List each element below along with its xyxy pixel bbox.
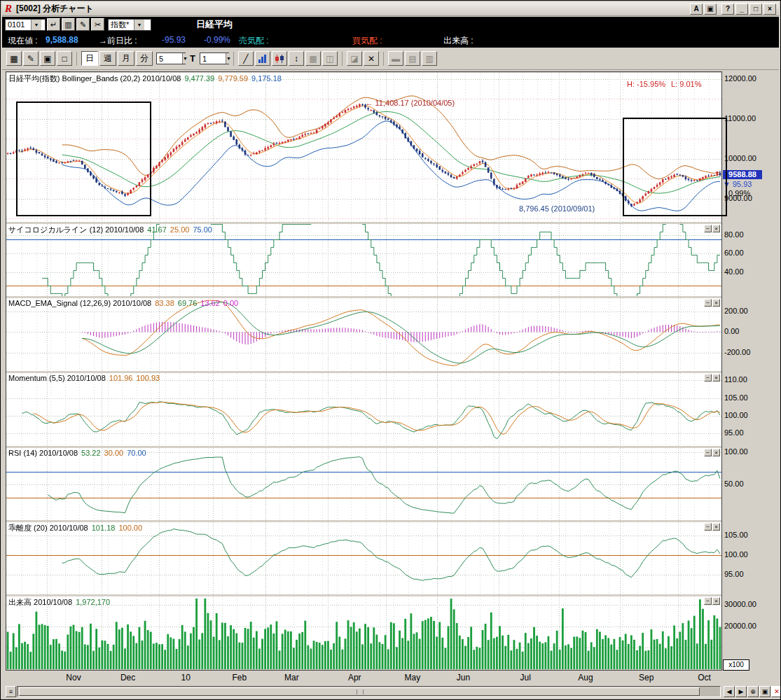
panel-controls: −× xyxy=(704,523,720,531)
panel-collapse-button[interactable]: − xyxy=(704,449,712,456)
panel-collapse-button[interactable]: − xyxy=(704,374,712,382)
clip-symbol-button[interactable]: ✂ xyxy=(91,18,104,31)
panel-layout-button[interactable]: ▣ xyxy=(759,686,770,697)
annotation-mode-button[interactable]: A xyxy=(690,4,703,15)
bar-chart-type-button[interactable] xyxy=(255,51,270,66)
scroll-right-button[interactable]: ▶ xyxy=(735,686,747,697)
panel-header-volume: 出来高 2010/10/081,972,170 xyxy=(8,597,113,608)
panel-header-segment: 69.76 xyxy=(178,299,198,307)
period-daily-button[interactable]: 日 xyxy=(81,51,98,66)
minute-interval-select[interactable]: 5 ▼ xyxy=(156,52,186,64)
scrollbar-track[interactable] xyxy=(17,686,721,697)
axis-label-kairi: 105.00 xyxy=(724,531,748,539)
x-axis-month-label: Jun xyxy=(451,673,475,682)
clear-drawings-button[interactable]: ✕ xyxy=(364,51,379,66)
panel-close-button[interactable]: × xyxy=(712,299,720,307)
panel-header-segment: 30.00 xyxy=(104,449,124,457)
panel-header-segment: 101.18 xyxy=(92,524,116,532)
category-select[interactable]: 指数* ▼ xyxy=(108,19,151,31)
panel-collapse-button[interactable]: − xyxy=(704,299,712,307)
close-button[interactable]: × xyxy=(763,4,776,15)
window-title: [5002] 分析チャート xyxy=(16,3,94,15)
scrollbar-thumb[interactable] xyxy=(19,687,700,696)
maximize-button[interactable]: □ xyxy=(749,4,762,15)
panel-close-button[interactable]: × xyxy=(712,449,720,456)
zoom-annotate-button[interactable]: ✎ xyxy=(23,51,39,66)
copy-window-button[interactable]: ▣ xyxy=(704,4,717,15)
x-axis-month-label: May xyxy=(401,673,424,682)
panel-header-segment: 75.00 xyxy=(193,225,212,234)
candlestick-icon xyxy=(275,54,284,64)
axis-label-kairi: 100.00 xyxy=(724,550,748,559)
axis-label-kairi: 95.00 xyxy=(724,570,744,578)
chart-panel-macd: MACD_EMA_Signal (12,26,9) 2010/10/0883.3… xyxy=(6,298,721,371)
tick-mode-label[interactable]: T xyxy=(190,53,195,64)
close-panel-button[interactable]: ✕ xyxy=(771,686,781,697)
x-axis-month-label: Jul xyxy=(513,673,537,682)
macd-chart-canvas[interactable] xyxy=(6,298,721,371)
axis-label-momentum: 100.00 xyxy=(724,411,748,419)
drawn-rectangle-annotation[interactable] xyxy=(16,102,151,216)
price-annotation: ← 11,408.17 (2010/04/05) xyxy=(366,99,455,107)
copy-chart-button[interactable]: ▣ xyxy=(40,51,55,66)
chart-panel-momentum: Momentum (5,5) 2010/10/08101.96100.93−× xyxy=(6,373,721,446)
drawn-rectangle-annotation[interactable] xyxy=(623,118,727,216)
band-display-button[interactable]: ▬ xyxy=(388,51,403,66)
period-minute-button[interactable]: 分 xyxy=(136,51,153,66)
panel-close-button[interactable]: × xyxy=(712,225,720,232)
chevron-down-icon[interactable]: ▼ xyxy=(182,53,188,64)
grid-toggle-button[interactable]: ▦ xyxy=(305,51,321,66)
panel-header-segment: 9,477.39 xyxy=(184,74,214,83)
edit-symbol-button[interactable]: ✎ xyxy=(76,18,90,31)
volume-unit-label: x100 xyxy=(723,659,749,671)
panel-header-kairi: 乖離度 (20) 2010/10/08101.18100.00 xyxy=(8,523,146,533)
period-monthly-button[interactable]: 月 xyxy=(118,51,134,66)
toolbar-separator xyxy=(76,52,77,66)
tick-interval-select[interactable]: 1 ▼ xyxy=(200,52,229,64)
panel-collapse-button[interactable]: − xyxy=(704,597,712,605)
new-window-button[interactable]: ▤ xyxy=(405,51,420,66)
marker-arrows-button[interactable]: ↕ xyxy=(289,51,304,66)
price-percent-tag: 0.99% xyxy=(728,189,750,197)
title-bar: R [5002] 分析チャート A ▣ ? _ □ × xyxy=(2,2,779,16)
panel-header-segment: 70.00 xyxy=(127,449,146,457)
panel-collapse-button[interactable]: − xyxy=(704,225,712,232)
scroll-left-button[interactable]: ◀ xyxy=(724,686,735,697)
x-axis-month-label: Aug xyxy=(574,673,597,682)
trend-line-tool-button[interactable]: ╱ xyxy=(238,51,254,66)
paste-chart-button[interactable]: □ xyxy=(57,51,72,66)
crosshair-button[interactable]: ◫ xyxy=(322,51,338,66)
symbol-code-select[interactable]: 0101 ▼ xyxy=(5,19,46,31)
minimize-button[interactable]: _ xyxy=(735,4,748,15)
tick-interval-value: 1 xyxy=(200,55,226,63)
x-axis-month-label: Feb xyxy=(228,673,251,682)
axis-label-macd: 0.00 xyxy=(724,327,739,335)
period-weekly-button[interactable]: 週 xyxy=(99,51,116,66)
symbol-bar: 0101 ▼ ↵ ▥ ✎ ✂ 指数* ▼ 日経平均 xyxy=(2,17,779,32)
price-change-tag: ▼ 95.93 xyxy=(723,180,752,188)
chart-toolbar: ▦ ✎ ▣ □ 日 週 月 分 5 ▼ T 1 ▼ ╱ ↕ xyxy=(2,48,779,70)
rsi-chart-canvas[interactable] xyxy=(6,448,721,520)
panel-close-button[interactable]: × xyxy=(712,597,720,605)
symbol-search-button[interactable]: ▥ xyxy=(62,18,75,31)
panel-header-segment: 41.67 xyxy=(147,225,167,234)
panel-close-button[interactable]: × xyxy=(712,523,720,531)
chart-settings-button[interactable]: ▦ xyxy=(6,51,22,66)
chevron-down-icon[interactable]: ▼ xyxy=(226,53,231,64)
eraser-button[interactable]: ◪ xyxy=(347,51,362,66)
candlestick-type-button[interactable] xyxy=(272,51,287,66)
scroll-grip[interactable]: ≡ xyxy=(6,686,16,697)
panel-header-segment: 83.38 xyxy=(155,299,174,307)
chevron-down-icon[interactable]: ▼ xyxy=(31,20,41,30)
chart-panel-psychological: サイコロジカルライン (12) 2010/10/0841.6725.0075.0… xyxy=(6,224,721,296)
panel-collapse-button[interactable]: − xyxy=(704,523,712,531)
panel-header-segment: 25.00 xyxy=(170,225,190,234)
help-button[interactable]: ? xyxy=(721,4,734,15)
zoom-range-button[interactable]: ⊕ xyxy=(747,686,759,697)
panel-close-button[interactable]: × xyxy=(712,374,720,382)
momentum-chart-canvas[interactable] xyxy=(6,373,721,446)
export-button[interactable]: ▥ xyxy=(422,51,437,66)
volume-chart-canvas[interactable] xyxy=(6,596,721,669)
enter-symbol-button[interactable]: ↵ xyxy=(47,18,60,31)
chevron-down-icon[interactable]: ▼ xyxy=(134,20,144,30)
